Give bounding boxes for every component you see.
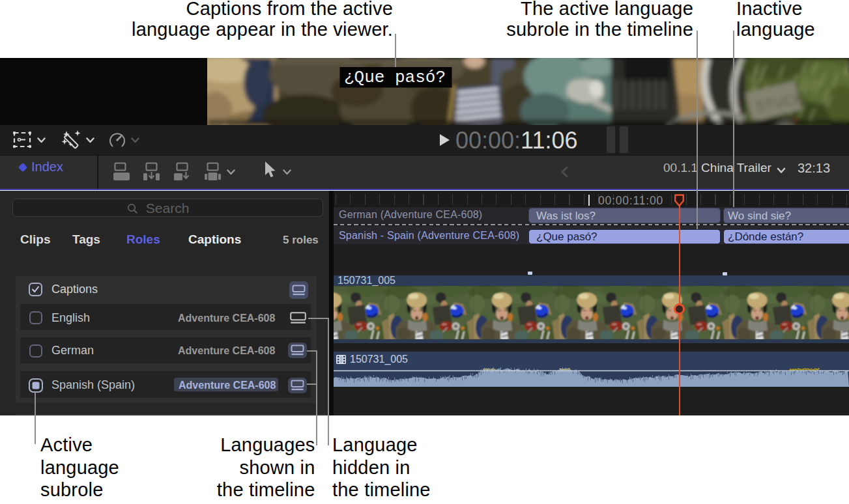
svg-text:150731_005: 150731_005	[350, 354, 408, 365]
svg-text:¿Que pasó?: ¿Que pasó?	[344, 68, 446, 87]
